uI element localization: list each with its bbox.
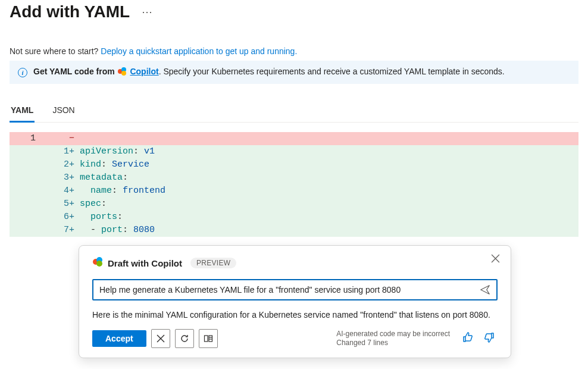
line-number-new: 4 — [46, 184, 69, 198]
copilot-draft-popup: Draft with Copilot PREVIEW Here is the m… — [79, 245, 511, 358]
code-text: kind: Service — [80, 158, 578, 171]
disclaimer-text: AI-generated code may be incorrect Chang… — [336, 330, 450, 348]
copilot-response: Here is the minimal YAML configuration f… — [92, 309, 498, 321]
copilot-banner: i Get YAML code from Copilot. Specify yo… — [10, 61, 578, 84]
help-prefix: Not sure where to start? — [10, 46, 101, 56]
line-number-new: 7 — [46, 224, 69, 237]
page-title: Add with YAML — [10, 2, 130, 21]
preview-badge: PREVIEW — [190, 258, 236, 268]
diff-added-line: 1+apiVersion: v1 — [10, 145, 578, 158]
copilot-icon — [92, 256, 103, 270]
info-icon: i — [18, 68, 27, 77]
code-text: - port: 8080 — [80, 224, 578, 237]
diff-view-button[interactable] — [199, 329, 218, 348]
svg-rect-10 — [204, 336, 208, 342]
diff-added-line: 6+ ports: — [10, 211, 578, 224]
code-text: spec: — [80, 198, 578, 211]
copilot-link[interactable]: Copilot — [130, 67, 158, 76]
diff-added-line: 7+ - port: 8080 — [10, 224, 578, 237]
code-text: metadata: — [80, 171, 578, 184]
disclaimer-line2: Changed 7 lines — [336, 339, 388, 347]
line-number-new: 2 — [46, 158, 69, 171]
close-icon[interactable] — [491, 254, 500, 263]
svg-point-5 — [96, 261, 102, 267]
line-number-new: 3 — [46, 171, 69, 184]
overflow-menu-icon[interactable]: ⋯ — [139, 3, 155, 21]
diff-added-line: 4+ name: frontend — [10, 184, 578, 198]
tab-yaml[interactable]: YAML — [10, 99, 35, 123]
banner-lead: Get YAML code from — [33, 67, 115, 76]
line-number-new: 6 — [46, 211, 69, 224]
svg-point-2 — [121, 71, 126, 76]
line-number-new: 5 — [46, 198, 69, 211]
copilot-icon — [117, 67, 127, 78]
diff-editor[interactable]: 1 − 1+apiVersion: v12+kind: Service3+met… — [10, 132, 578, 237]
code-text: name: frontend — [80, 184, 578, 198]
diff-removed-line: 1 − — [10, 132, 578, 145]
line-number-old: 1 — [10, 132, 46, 145]
format-tabs: YAML JSON — [10, 99, 578, 123]
send-icon[interactable] — [474, 281, 496, 299]
prompt-input[interactable] — [93, 280, 474, 299]
popup-title: Draft with Copilot — [108, 258, 182, 268]
code-text: apiVersion: v1 — [80, 145, 578, 158]
banner-tail: . Specify your Kubernetes requirements a… — [159, 67, 505, 76]
diff-added-line: 2+kind: Service — [10, 158, 578, 171]
thumbs-up-icon[interactable] — [459, 330, 476, 347]
svg-rect-11 — [209, 336, 212, 342]
help-text: Not sure where to start? Deploy a quicks… — [10, 46, 578, 56]
thumbs-down-icon[interactable] — [481, 330, 498, 347]
disclaimer-line1: AI-generated code may be incorrect — [336, 330, 450, 338]
prompt-input-container — [92, 279, 498, 300]
accept-button[interactable]: Accept — [92, 330, 146, 347]
diff-added-line: 3+metadata: — [10, 171, 578, 184]
diff-added-line: 5+spec: — [10, 198, 578, 211]
regenerate-button[interactable] — [175, 329, 194, 348]
code-text: ports: — [80, 211, 578, 224]
discard-button[interactable] — [151, 329, 170, 348]
tab-json[interactable]: JSON — [51, 99, 76, 123]
line-number-new: 1 — [46, 145, 69, 158]
quickstart-link[interactable]: Deploy a quickstart application to get u… — [101, 46, 297, 56]
